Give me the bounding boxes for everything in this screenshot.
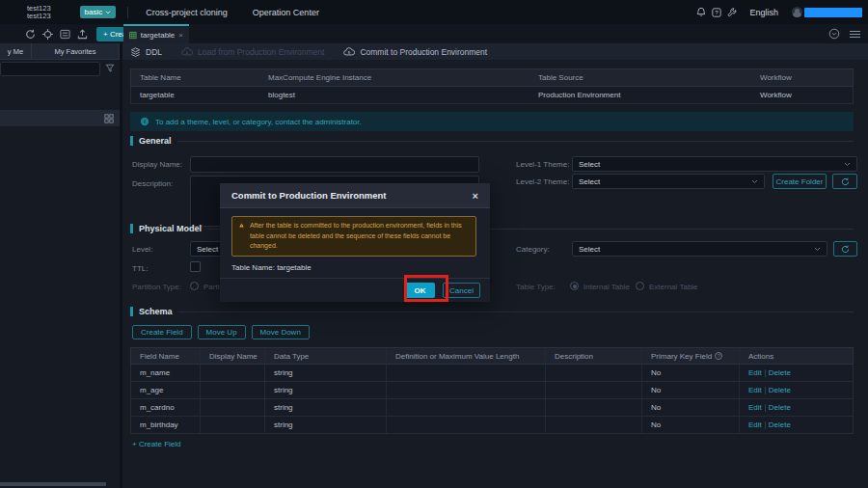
edit-link[interactable]: Edit [748, 368, 762, 377]
commit-modal: Commit to Production Environment × After… [220, 183, 490, 302]
cell-display-name [201, 417, 265, 433]
delete-link[interactable]: Delete [769, 386, 791, 394]
tab-targetable[interactable]: targetable × [123, 24, 189, 43]
col-primary-key-label: Primary Key Field [651, 352, 712, 361]
level1-theme-value: Select [579, 160, 600, 169]
ttl-checkbox[interactable] [190, 261, 201, 272]
col-engine-instance: MaxCompute Engine Instance [259, 69, 529, 86]
project-switcher[interactable]: test123 test123 [27, 5, 51, 20]
commit-to-production-button[interactable]: Commit to Production Environment [343, 47, 487, 57]
edit-link[interactable]: Edit [748, 420, 762, 429]
language-switcher[interactable]: English [749, 8, 778, 17]
sidebar-list-header[interactable] [0, 110, 120, 126]
sidebar-scrollbar[interactable] [0, 482, 106, 486]
add-create-field-link[interactable]: + Create Field [132, 440, 180, 448]
level2-theme-select[interactable]: Select [572, 174, 765, 189]
upload-icon[interactable] [77, 29, 88, 40]
table-row: targetable blogtest Production Environme… [130, 87, 854, 104]
sidebar-tab-my-favorites[interactable]: My Favorites [32, 43, 120, 59]
cell-definition [387, 365, 546, 381]
col-data-type: Data Type [265, 348, 387, 364]
list-icon[interactable] [60, 29, 70, 40]
move-up-button[interactable]: Move Up [198, 325, 246, 339]
bell-icon[interactable] [693, 7, 709, 17]
move-down-button[interactable]: Move Down [252, 325, 310, 339]
info-icon: i [140, 117, 149, 126]
modal-titlebar: Commit to Production Environment × [220, 183, 490, 208]
schema-row: m_cardno string No EditDelete [130, 399, 854, 417]
table-info: Table Name MaxCompute Engine Instance Ta… [130, 68, 854, 104]
question-icon[interactable]: ? [715, 352, 722, 360]
partition-type-label: Partition Type: [132, 283, 181, 291]
ddl-button[interactable]: DDL [130, 47, 162, 57]
avatar[interactable] [792, 7, 802, 17]
filter-icon[interactable] [102, 64, 118, 73]
modal-table-name: Table Name: targetable [231, 263, 478, 272]
internal-table-radio[interactable] [570, 282, 579, 290]
section-accent-bar [130, 136, 133, 146]
refresh-icon[interactable] [25, 29, 36, 40]
toolbar-right [828, 24, 860, 43]
display-name-label: Display Name: [132, 160, 182, 169]
level-label: Level: [132, 245, 152, 254]
level1-theme-select[interactable]: Select [572, 156, 857, 172]
env-badge[interactable]: basic [80, 6, 117, 18]
chevron-down-icon [105, 11, 111, 14]
level-value: Select [197, 245, 218, 254]
cell-table-source: Production Environment [529, 87, 751, 103]
refresh-category-button[interactable] [833, 241, 857, 257]
sidebar-tabs: y Me My Favorites [0, 43, 120, 60]
load-label: Load from Production Environment [198, 47, 324, 57]
modal-footer: OK Cancel [220, 278, 490, 302]
create-field-button[interactable]: Create Field [132, 325, 192, 339]
collapse-icon[interactable] [828, 28, 840, 40]
section-accent-bar [130, 224, 133, 233]
search-input[interactable] [0, 62, 100, 76]
nav-operation-center[interactable]: Operation Center [253, 8, 319, 17]
display-name-input[interactable] [190, 156, 479, 173]
redacted-username [804, 8, 862, 17]
cell-display-name [201, 382, 265, 398]
nav-cross-project-cloning[interactable]: Cross-project cloning [146, 8, 228, 17]
create-folder-button[interactable]: Create Folder [773, 174, 827, 189]
edit-link[interactable]: Edit [748, 386, 762, 394]
cell-primary-key: No [642, 399, 740, 416]
edit-link[interactable]: Edit [748, 403, 762, 412]
cloud-upload-icon [343, 47, 355, 56]
load-from-production-button[interactable]: Load from Production Environment [181, 47, 324, 57]
banner-text: To add a theme, level, or category, cont… [155, 118, 362, 126]
partition-table-radio[interactable] [190, 282, 199, 290]
cell-primary-key: No [642, 365, 740, 381]
schema-header: Field Name Display Name Data Type Defini… [130, 347, 854, 365]
refresh-theme-button[interactable] [832, 174, 857, 189]
section-accent-bar [130, 307, 133, 316]
refresh-icon [841, 245, 850, 254]
close-icon[interactable]: × [473, 190, 478, 202]
external-table-radio[interactable] [636, 282, 644, 290]
warning-icon [239, 221, 244, 230]
delete-link[interactable]: Delete [769, 368, 791, 377]
internal-table-option: Internal Table [583, 283, 630, 291]
schema-row: m_birthday string No EditDelete [130, 417, 854, 434]
env-badge-label: basic [85, 8, 103, 16]
category-select[interactable]: Select [572, 241, 827, 257]
wrench-icon[interactable] [724, 8, 740, 17]
dataworks-app: test123 test123 basic Cross-project clon… [0, 0, 868, 488]
section-schema: Schema [130, 307, 854, 316]
sidebar: y Me My Favorites [0, 43, 122, 488]
locate-icon[interactable] [42, 29, 53, 40]
menu-icon[interactable] [850, 31, 860, 38]
cell-description [546, 399, 642, 416]
sidebar-tab-created-by-me[interactable]: y Me [0, 43, 32, 59]
description-label: Description: [132, 179, 173, 188]
close-icon[interactable]: × [178, 31, 183, 40]
ttl-label: TTL: [132, 264, 148, 273]
delete-link[interactable]: Delete [769, 403, 791, 412]
delete-link[interactable]: Delete [769, 420, 791, 429]
col-actions: Actions [740, 348, 853, 364]
cell-description [546, 382, 642, 398]
col-workflow: Workflow [751, 69, 853, 86]
top-nav: Cross-project cloning Operation Center [146, 8, 319, 17]
help-icon[interactable]: ? [709, 8, 724, 17]
cell-actions: EditDelete [740, 417, 853, 433]
